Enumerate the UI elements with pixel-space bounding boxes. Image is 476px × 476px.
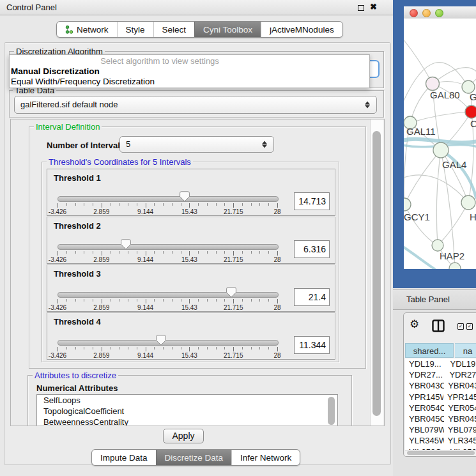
- slider-track[interactable]: [58, 196, 279, 202]
- threshold-label: Threshold 2: [54, 221, 101, 231]
- number-of-intervals-combobox[interactable]: 5: [119, 136, 274, 153]
- minimize-traffic-light-icon[interactable]: [422, 9, 431, 17]
- slider-tick: [163, 299, 164, 302]
- checkbox-icon[interactable]: ✓: [457, 323, 464, 330]
- network-node-gcy1[interactable]: [404, 198, 411, 211]
- dropdown-option-equal-width-frequency[interactable]: Equal Width/Frequency Discretization: [11, 77, 155, 86]
- table-data-selected-value: galFiltered.sif default node: [20, 96, 118, 113]
- network-edge[interactable]: [404, 175, 468, 203]
- table-row[interactable]: YER054CYER054C: [405, 403, 476, 413]
- tab-infer-network[interactable]: Infer Network: [231, 450, 300, 465]
- slider-tick: [207, 203, 208, 206]
- network-node-node-red[interactable]: [465, 105, 476, 118]
- slider-tick: [233, 347, 234, 351]
- tab-network[interactable]: Network: [57, 22, 117, 37]
- node-table-container: ⚙ ✓ ✓ shared...na YDL19...YDL19...YDR27.…: [403, 312, 476, 457]
- algorithm-dropdown-placeholder: Select algorithm to view settings: [10, 56, 310, 66]
- slider-tick: [251, 251, 252, 254]
- threshold-panel-1: Threshold 1-3.4262.8599.14415.4321.71528…: [47, 169, 335, 216]
- attribute-item-betweennesscentrality[interactable]: BetweennessCentrality: [37, 417, 337, 426]
- network-node-gal4[interactable]: [433, 142, 449, 158]
- slider-thumb[interactable]: [121, 239, 131, 250]
- tab-style[interactable]: Style: [117, 22, 153, 37]
- network-canvas[interactable]: GAL80GCGAL11GAL4GCY1HHAP2: [404, 19, 476, 269]
- attribute-item-topologicalcoefficient[interactable]: TopologicalCoefficient: [37, 406, 337, 417]
- tab-select[interactable]: Select: [153, 22, 195, 37]
- tab-jactivemnodules[interactable]: jActiveMNodules: [261, 22, 342, 37]
- slider-tick: [119, 347, 119, 349]
- checkbox-icon[interactable]: ✓: [466, 323, 473, 330]
- slider-thumb[interactable]: [226, 287, 236, 298]
- threshold-value-field[interactable]: 14.713: [294, 192, 330, 210]
- slider-tick: [251, 347, 252, 349]
- slider-track[interactable]: [58, 292, 279, 298]
- apply-button[interactable]: Apply: [163, 429, 204, 443]
- network-edge[interactable]: [404, 150, 441, 204]
- network-node-gal80[interactable]: [426, 77, 440, 91]
- horizontal-scrollbar-track[interactable]: [405, 450, 476, 456]
- column-header-shared[interactable]: shared...: [405, 343, 454, 358]
- table-row[interactable]: YBL079WYBL079W: [405, 424, 476, 435]
- slider-thumb[interactable]: [156, 335, 166, 346]
- tab-impute-data[interactable]: Impute Data: [92, 450, 156, 465]
- tab-label: Discretize Data: [165, 453, 224, 463]
- table-row[interactable]: YBR045CYBR045C: [405, 413, 476, 424]
- slider-tick: [163, 347, 164, 349]
- table-data-combobox[interactable]: galFiltered.sif default node: [14, 96, 377, 114]
- attributes-list-scrollbar[interactable]: [328, 397, 335, 425]
- tab-cyni-toolbox[interactable]: Cyni Toolbox: [194, 22, 261, 37]
- slider-tick: [58, 203, 58, 208]
- table-row[interactable]: YDR27...YDR27...: [405, 369, 476, 380]
- tab-discretize-data[interactable]: Discretize Data: [156, 450, 232, 465]
- table-row[interactable]: YBR043CYBR043C: [405, 380, 476, 391]
- vertical-scrollbar-track[interactable]: [370, 119, 383, 426]
- slider-tick: [242, 251, 243, 254]
- network-node-node-h[interactable]: [461, 196, 475, 210]
- threshold-value-field[interactable]: 11.344: [294, 336, 330, 354]
- cell-shared-name: YBR045C: [405, 413, 444, 424]
- slider-tick: [75, 251, 76, 254]
- slider-track[interactable]: [58, 244, 279, 250]
- float-window-icon[interactable]: [358, 5, 364, 11]
- vertical-scrollbar-thumb[interactable]: [372, 131, 381, 416]
- network-edge[interactable]: [436, 150, 441, 245]
- slider-tick: [207, 347, 208, 349]
- tab-label: Cyni Toolbox: [203, 25, 252, 35]
- threshold-value-field[interactable]: 6.316: [294, 240, 330, 258]
- threshold-value-field[interactable]: 21.4: [294, 288, 330, 306]
- network-node-node-bottom[interactable]: [449, 263, 461, 269]
- slider-tick-label: 2.859: [93, 208, 109, 215]
- network-edge[interactable]: [404, 38, 433, 84]
- zoom-traffic-light-icon[interactable]: [435, 9, 443, 17]
- slider-track[interactable]: [58, 340, 279, 346]
- table-row[interactable]: YLR345WYLR345W: [405, 435, 476, 446]
- slider-tick: [207, 299, 208, 302]
- network-edge-highlighted[interactable]: [404, 139, 476, 142]
- slider-tick: [93, 347, 93, 349]
- network-node-hap2[interactable]: [432, 240, 443, 251]
- slider-tick-label: -3.426: [49, 208, 66, 215]
- network-edge[interactable]: [441, 150, 468, 203]
- slider-thumb[interactable]: [180, 191, 190, 202]
- number-of-intervals-value: 5: [126, 137, 130, 152]
- table-row[interactable]: YDL19...YDL19...: [405, 358, 476, 369]
- dropdown-option-manual-discretization[interactable]: Manual Discretization: [11, 66, 100, 76]
- close-traffic-light-icon[interactable]: [410, 9, 418, 17]
- column-header-na[interactable]: na: [455, 343, 476, 358]
- network-node-label: GAL80: [430, 89, 460, 100]
- attribute-item-selfloops[interactable]: SelfLoops: [37, 395, 337, 406]
- slider-tick: [146, 251, 146, 256]
- network-edge[interactable]: [404, 204, 438, 245]
- gear-icon[interactable]: ⚙: [410, 318, 419, 331]
- horizontal-scrollbar-thumb[interactable]: [407, 451, 475, 455]
- network-edge[interactable]: [410, 112, 472, 123]
- close-icon[interactable]: ✖: [370, 2, 377, 12]
- columns-icon[interactable]: [432, 319, 445, 335]
- slider-tick-label: 9.144: [137, 352, 153, 359]
- network-edge-highlighted[interactable]: [404, 246, 434, 269]
- attributes-group-title: Attributes to discretize: [33, 371, 118, 380]
- slider-tick-label: -3.426: [49, 304, 66, 311]
- numerical-attributes-list[interactable]: SelfLoopsTopologicalCoefficientBetweenne…: [36, 394, 338, 426]
- cell-name: YLR345W: [444, 435, 476, 446]
- table-row[interactable]: YPR145WYPR145W: [405, 392, 476, 403]
